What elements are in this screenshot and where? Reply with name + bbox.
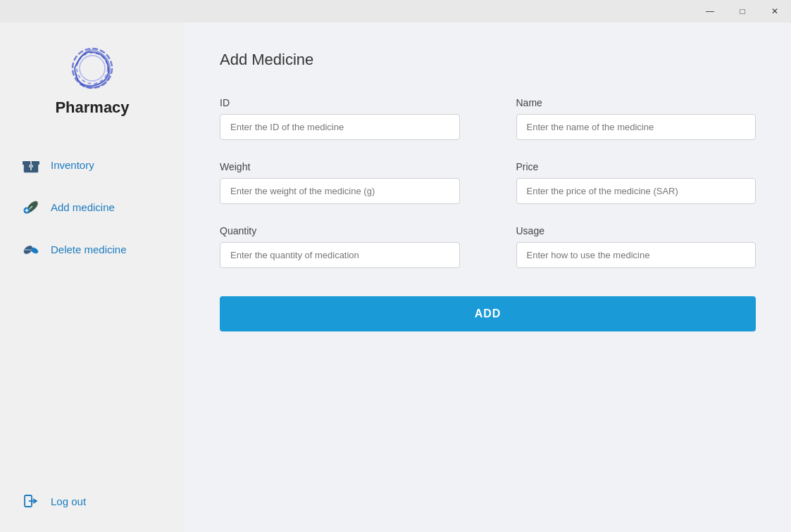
quantity-field-group: Quantity: [220, 225, 460, 268]
sidebar-item-add-medicine[interactable]: Add medicine: [0, 187, 185, 227]
name-label: Name: [516, 97, 756, 108]
inventory-icon: [21, 155, 41, 175]
price-input[interactable]: [516, 178, 756, 204]
usage-input[interactable]: [516, 242, 756, 268]
sidebar-item-delete-medicine[interactable]: Delete medicine: [0, 229, 185, 269]
sidebar: Pharmacy Inventory: [0, 23, 185, 532]
id-input[interactable]: [220, 114, 460, 140]
add-medicine-form: ID Name Weight Price Quantity: [220, 97, 756, 268]
logout-button[interactable]: Log out: [21, 491, 163, 511]
inventory-label: Inventory: [51, 159, 94, 171]
page-title: Add Medicine: [220, 51, 756, 69]
logo-text: Pharmacy: [55, 99, 129, 117]
id-field-group: ID: [220, 97, 460, 140]
minimize-button[interactable]: —: [694, 0, 726, 23]
sidebar-bottom: Log out: [0, 477, 185, 532]
weight-input[interactable]: [220, 178, 460, 204]
logout-icon: [21, 491, 41, 511]
delete-medicine-label: Delete medicine: [51, 243, 127, 255]
add-button[interactable]: ADD: [220, 296, 756, 331]
add-medicine-icon: [21, 197, 41, 217]
usage-field-group: Usage: [516, 225, 756, 268]
id-label: ID: [220, 97, 460, 108]
price-field-group: Price: [516, 161, 756, 204]
price-label: Price: [516, 161, 756, 172]
pharmacy-logo-icon: [68, 44, 117, 93]
window-controls: — □ ✕: [694, 0, 791, 23]
app-container: Pharmacy Inventory: [0, 23, 791, 532]
weight-field-group: Weight: [220, 161, 460, 204]
weight-label: Weight: [220, 161, 460, 172]
add-medicine-label: Add medicine: [51, 201, 115, 213]
maximize-button[interactable]: □: [726, 0, 759, 23]
delete-medicine-icon: [21, 239, 41, 259]
titlebar: — □ ✕: [0, 0, 791, 23]
name-input[interactable]: [516, 114, 756, 140]
close-button[interactable]: ✕: [759, 0, 791, 23]
quantity-label: Quantity: [220, 225, 460, 236]
svg-point-2: [80, 56, 105, 81]
quantity-input[interactable]: [220, 242, 460, 268]
name-field-group: Name: [516, 97, 756, 140]
logout-label: Log out: [51, 495, 86, 507]
main-content: Add Medicine ID Name Weight Price: [185, 23, 791, 532]
usage-label: Usage: [516, 225, 756, 236]
nav-section: Inventory Add medicine: [0, 131, 185, 477]
sidebar-item-inventory[interactable]: Inventory: [0, 145, 185, 184]
svg-rect-6: [29, 165, 33, 167]
logo-area: Pharmacy: [0, 23, 185, 131]
